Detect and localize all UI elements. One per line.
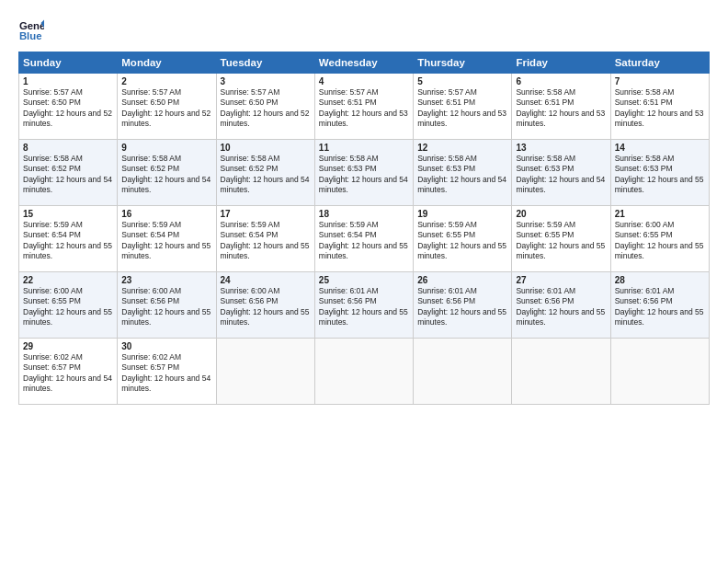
day-number: 25 — [319, 275, 409, 285]
day-cell-3: 3Sunrise: 5:57 AMSunset: 6:50 PMDaylight… — [216, 74, 314, 140]
header: General Blue — [18, 17, 710, 42]
calendar-page: General Blue SundayMondayTuesdayWednesda… — [0, 0, 728, 563]
empty-cell — [314, 339, 413, 405]
cell-info: Sunrise: 5:58 AMSunset: 6:52 PMDaylight:… — [221, 154, 310, 194]
day-cell-17: 17Sunrise: 5:59 AMSunset: 6:54 PMDayligh… — [216, 206, 314, 272]
cell-info: Sunrise: 5:57 AMSunset: 6:51 PMDaylight:… — [417, 87, 506, 128]
day-cell-13: 13Sunrise: 5:58 AMSunset: 6:53 PMDayligh… — [512, 140, 610, 206]
day-number: 20 — [516, 209, 606, 219]
cell-info: Sunrise: 5:59 AMSunset: 6:54 PMDaylight:… — [319, 220, 408, 260]
day-number: 12 — [417, 143, 507, 153]
day-cell-14: 14Sunrise: 5:58 AMSunset: 6:53 PMDayligh… — [610, 140, 709, 206]
cell-info: Sunrise: 5:59 AMSunset: 6:54 PMDaylight:… — [23, 220, 112, 260]
cell-info: Sunrise: 5:59 AMSunset: 6:54 PMDaylight:… — [221, 220, 310, 260]
day-number: 15 — [23, 209, 113, 219]
day-number: 6 — [516, 76, 606, 86]
cell-info: Sunrise: 5:57 AMSunset: 6:50 PMDaylight:… — [121, 87, 210, 128]
day-cell-23: 23Sunrise: 6:00 AMSunset: 6:56 PMDayligh… — [118, 272, 216, 339]
day-cell-18: 18Sunrise: 5:59 AMSunset: 6:54 PMDayligh… — [314, 206, 413, 272]
day-cell-25: 25Sunrise: 6:01 AMSunset: 6:56 PMDayligh… — [314, 272, 413, 339]
calendar-table: SundayMondayTuesdayWednesdayThursdayFrid… — [18, 52, 710, 405]
day-cell-20: 20Sunrise: 5:59 AMSunset: 6:55 PMDayligh… — [512, 206, 610, 272]
col-header-sunday: Sunday — [19, 52, 118, 74]
cell-info: Sunrise: 6:00 AMSunset: 6:55 PMDaylight:… — [23, 286, 112, 327]
cell-info: Sunrise: 5:57 AMSunset: 6:51 PMDaylight:… — [319, 87, 408, 128]
day-number: 1 — [23, 76, 113, 86]
day-number: 30 — [121, 341, 211, 351]
cell-info: Sunrise: 5:57 AMSunset: 6:50 PMDaylight:… — [221, 87, 310, 128]
day-cell-24: 24Sunrise: 6:00 AMSunset: 6:56 PMDayligh… — [216, 272, 314, 339]
day-number: 21 — [615, 209, 705, 219]
day-number: 13 — [516, 143, 606, 153]
col-header-tuesday: Tuesday — [216, 52, 314, 74]
day-number: 4 — [319, 76, 409, 86]
day-number: 26 — [417, 275, 507, 285]
cell-info: Sunrise: 5:59 AMSunset: 6:55 PMDaylight:… — [516, 220, 605, 260]
empty-cell — [414, 339, 512, 405]
day-number: 28 — [615, 275, 705, 285]
day-number: 17 — [221, 209, 311, 219]
day-cell-21: 21Sunrise: 6:00 AMSunset: 6:55 PMDayligh… — [610, 206, 709, 272]
day-number: 29 — [23, 341, 113, 351]
day-cell-9: 9Sunrise: 5:58 AMSunset: 6:52 PMDaylight… — [118, 140, 216, 206]
day-number: 14 — [615, 143, 705, 153]
cell-info: Sunrise: 5:58 AMSunset: 6:53 PMDaylight:… — [615, 154, 704, 194]
cell-info: Sunrise: 6:02 AMSunset: 6:57 PMDaylight:… — [23, 352, 112, 393]
day-cell-15: 15Sunrise: 5:59 AMSunset: 6:54 PMDayligh… — [19, 206, 118, 272]
cell-info: Sunrise: 6:01 AMSunset: 6:56 PMDaylight:… — [319, 286, 408, 327]
day-cell-22: 22Sunrise: 6:00 AMSunset: 6:55 PMDayligh… — [19, 272, 118, 339]
day-cell-29: 29Sunrise: 6:02 AMSunset: 6:57 PMDayligh… — [19, 339, 118, 405]
day-cell-26: 26Sunrise: 6:01 AMSunset: 6:56 PMDayligh… — [414, 272, 512, 339]
day-cell-1: 1Sunrise: 5:57 AMSunset: 6:50 PMDaylight… — [19, 74, 118, 140]
day-number: 16 — [121, 209, 211, 219]
cell-info: Sunrise: 5:58 AMSunset: 6:52 PMDaylight:… — [121, 154, 210, 194]
day-number: 18 — [319, 209, 409, 219]
cell-info: Sunrise: 5:59 AMSunset: 6:55 PMDaylight:… — [417, 220, 506, 260]
day-number: 24 — [221, 275, 311, 285]
day-cell-7: 7Sunrise: 5:58 AMSunset: 6:51 PMDaylight… — [610, 74, 709, 140]
cell-info: Sunrise: 6:00 AMSunset: 6:56 PMDaylight:… — [221, 286, 310, 327]
day-cell-28: 28Sunrise: 6:01 AMSunset: 6:56 PMDayligh… — [610, 272, 709, 339]
day-cell-2: 2Sunrise: 5:57 AMSunset: 6:50 PMDaylight… — [118, 74, 216, 140]
calendar-header-row: SundayMondayTuesdayWednesdayThursdayFrid… — [19, 52, 710, 74]
cell-info: Sunrise: 5:58 AMSunset: 6:52 PMDaylight:… — [23, 154, 112, 194]
day-number: 9 — [121, 143, 211, 153]
cell-info: Sunrise: 6:02 AMSunset: 6:57 PMDaylight:… — [121, 352, 210, 393]
empty-cell — [216, 339, 314, 405]
week-row-5: 29Sunrise: 6:02 AMSunset: 6:57 PMDayligh… — [19, 339, 710, 405]
col-header-saturday: Saturday — [610, 52, 709, 74]
day-cell-30: 30Sunrise: 6:02 AMSunset: 6:57 PMDayligh… — [118, 339, 216, 405]
cell-info: Sunrise: 5:59 AMSunset: 6:54 PMDaylight:… — [121, 220, 210, 260]
week-row-1: 1Sunrise: 5:57 AMSunset: 6:50 PMDaylight… — [19, 74, 710, 140]
cell-info: Sunrise: 5:57 AMSunset: 6:50 PMDaylight:… — [23, 87, 112, 128]
col-header-friday: Friday — [512, 52, 610, 74]
week-row-2: 8Sunrise: 5:58 AMSunset: 6:52 PMDaylight… — [19, 140, 710, 206]
cell-info: Sunrise: 6:00 AMSunset: 6:56 PMDaylight:… — [121, 286, 210, 327]
day-cell-6: 6Sunrise: 5:58 AMSunset: 6:51 PMDaylight… — [512, 74, 610, 140]
cell-info: Sunrise: 5:58 AMSunset: 6:51 PMDaylight:… — [615, 87, 704, 128]
cell-info: Sunrise: 5:58 AMSunset: 6:53 PMDaylight:… — [417, 154, 506, 194]
day-number: 23 — [121, 275, 211, 285]
col-header-thursday: Thursday — [414, 52, 512, 74]
day-cell-4: 4Sunrise: 5:57 AMSunset: 6:51 PMDaylight… — [314, 74, 413, 140]
cell-info: Sunrise: 6:01 AMSunset: 6:56 PMDaylight:… — [516, 286, 605, 327]
day-number: 22 — [23, 275, 113, 285]
cell-info: Sunrise: 6:01 AMSunset: 6:56 PMDaylight:… — [417, 286, 506, 327]
day-number: 8 — [23, 143, 113, 153]
cell-info: Sunrise: 5:58 AMSunset: 6:51 PMDaylight:… — [516, 87, 605, 128]
day-number: 11 — [319, 143, 409, 153]
week-row-4: 22Sunrise: 6:00 AMSunset: 6:55 PMDayligh… — [19, 272, 710, 339]
week-row-3: 15Sunrise: 5:59 AMSunset: 6:54 PMDayligh… — [19, 206, 710, 272]
day-number: 7 — [615, 76, 705, 86]
logo-icon: General Blue — [18, 17, 44, 42]
cell-info: Sunrise: 5:58 AMSunset: 6:53 PMDaylight:… — [516, 154, 605, 194]
svg-text:Blue: Blue — [19, 30, 42, 41]
day-number: 2 — [121, 76, 211, 86]
day-cell-11: 11Sunrise: 5:58 AMSunset: 6:53 PMDayligh… — [314, 140, 413, 206]
empty-cell — [512, 339, 610, 405]
day-number: 3 — [221, 76, 311, 86]
col-header-monday: Monday — [118, 52, 216, 74]
cell-info: Sunrise: 6:01 AMSunset: 6:56 PMDaylight:… — [615, 286, 704, 327]
day-cell-12: 12Sunrise: 5:58 AMSunset: 6:53 PMDayligh… — [414, 140, 512, 206]
day-number: 19 — [417, 209, 507, 219]
